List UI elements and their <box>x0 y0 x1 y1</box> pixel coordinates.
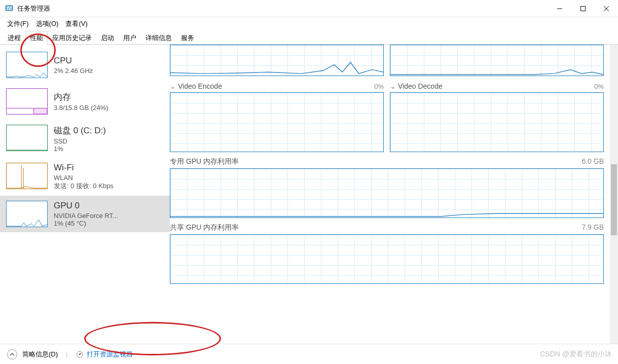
wifi-thumbnail <box>6 163 48 189</box>
shared-mem-header: 共享 GPU 内存利用率 7.9 GB <box>170 223 604 232</box>
gpu-thumbnail <box>6 201 48 227</box>
wifi-title: Wi-Fi <box>54 163 164 173</box>
tab-details[interactable]: 详细信息 <box>141 31 176 45</box>
svg-point-11 <box>79 353 81 355</box>
resource-monitor-icon <box>76 350 84 358</box>
video-encode-graph <box>170 92 384 152</box>
wifi-sub2: 发送: 0 接收: 0 Kbps <box>54 181 164 191</box>
shared-mem-value: 7.9 GB <box>581 223 604 232</box>
shared-mem-label: 共享 GPU 内存利用率 <box>170 223 239 232</box>
resource-monitor-link[interactable]: 打开资源监视器 <box>76 350 133 359</box>
close-button[interactable] <box>595 0 618 17</box>
separator: | <box>66 350 67 358</box>
app-icon <box>5 5 13 13</box>
video-decode-label: Video Decode <box>398 82 443 90</box>
disk-sub: SSD <box>54 137 164 145</box>
disk-title: 磁盘 0 (C: D:) <box>54 125 164 136</box>
tab-processes[interactable]: 进程 <box>3 31 25 45</box>
chevron-down-icon: ⌄ <box>170 82 176 90</box>
brief-info-link[interactable]: 简略信息(D) <box>22 350 58 359</box>
video-encode-label: Video Encode <box>178 82 222 90</box>
cpu-sub: 2% 2.46 GHz <box>54 67 164 75</box>
cpu-thumbnail <box>6 52 48 78</box>
sidebar-item-disk[interactable]: 磁盘 0 (C: D:) SSD 1% <box>0 120 170 158</box>
memory-sub: 3.8/15.8 GB (24%) <box>54 104 164 112</box>
tab-performance[interactable]: 性能 <box>25 31 48 45</box>
title-bar: 任务管理器 <box>0 0 618 17</box>
gpu-graph-3d <box>170 45 384 76</box>
svg-rect-3 <box>581 6 586 11</box>
dedicated-mem-header: 专用 GPU 内存利用率 6.0 GB <box>170 157 604 166</box>
dedicated-mem-value: 6.0 GB <box>581 157 604 166</box>
tab-services[interactable]: 服务 <box>176 31 199 45</box>
memory-title: 内存 <box>54 91 164 103</box>
shared-mem-graph <box>170 234 604 284</box>
gpu-graph-copy <box>390 45 604 76</box>
gpu-sub: NVIDIA GeForce RT... <box>54 212 164 220</box>
video-decode-graph <box>390 92 604 152</box>
video-decode-value: 0% <box>594 83 604 90</box>
wifi-sub: WLAN <box>54 174 164 181</box>
window-controls <box>548 0 618 17</box>
maximize-button[interactable] <box>571 0 595 17</box>
video-encode-header[interactable]: ⌄ Video Encode 0% <box>170 82 384 90</box>
resource-monitor-label: 打开资源监视器 <box>87 350 133 359</box>
footer: 简略信息(D) | 打开资源监视器 <box>0 344 618 364</box>
disk-sub2: 1% <box>54 145 164 153</box>
minimize-button[interactable] <box>548 0 571 17</box>
gpu-title: GPU 0 <box>54 201 164 211</box>
tab-startup[interactable]: 启动 <box>96 31 119 45</box>
tab-app-history[interactable]: 应用历史记录 <box>48 31 96 45</box>
menu-view[interactable]: 查看(V) <box>62 18 90 29</box>
chevron-down-icon: ⌄ <box>390 82 396 90</box>
sidebar: CPU 2% 2.46 GHz 内存 3.8/15.8 GB (24%) 磁盘 … <box>0 45 170 344</box>
tab-bar: 进程 性能 应用历史记录 启动 用户 详细信息 服务 <box>0 30 618 45</box>
detail-pane: ⌄ Video Encode 0% ⌄ Video Decode 0% <box>170 45 618 344</box>
menu-bar: 文件(F) 选项(O) 查看(V) <box>0 17 618 30</box>
scrollbar[interactable] <box>610 45 618 344</box>
sidebar-item-wifi[interactable]: Wi-Fi WLAN 发送: 0 接收: 0 Kbps <box>0 158 170 196</box>
menu-options[interactable]: 选项(O) <box>33 18 62 29</box>
menu-file[interactable]: 文件(F) <box>4 18 32 29</box>
sidebar-item-memory[interactable]: 内存 3.8/15.8 GB (24%) <box>0 83 170 120</box>
window-title: 任务管理器 <box>17 4 548 13</box>
video-encode-value: 0% <box>374 83 384 90</box>
sidebar-item-gpu[interactable]: GPU 0 NVIDIA GeForce RT... 1% (45 °C) <box>0 196 170 232</box>
dedicated-mem-graph <box>170 168 604 218</box>
video-decode-header[interactable]: ⌄ Video Decode 0% <box>390 82 604 90</box>
dedicated-mem-label: 专用 GPU 内存利用率 <box>170 157 239 166</box>
sidebar-item-cpu[interactable]: CPU 2% 2.46 GHz <box>0 47 170 83</box>
gpu-sub2: 1% (45 °C) <box>54 220 164 227</box>
svg-rect-6 <box>34 108 47 114</box>
tab-users[interactable]: 用户 <box>119 31 141 45</box>
memory-thumbnail <box>6 88 48 115</box>
disk-thumbnail <box>6 125 48 151</box>
workspace: CPU 2% 2.46 GHz 内存 3.8/15.8 GB (24%) 磁盘 … <box>0 45 618 344</box>
chevron-up-icon <box>10 352 15 357</box>
cpu-title: CPU <box>54 56 164 66</box>
collapse-button[interactable] <box>7 349 17 359</box>
